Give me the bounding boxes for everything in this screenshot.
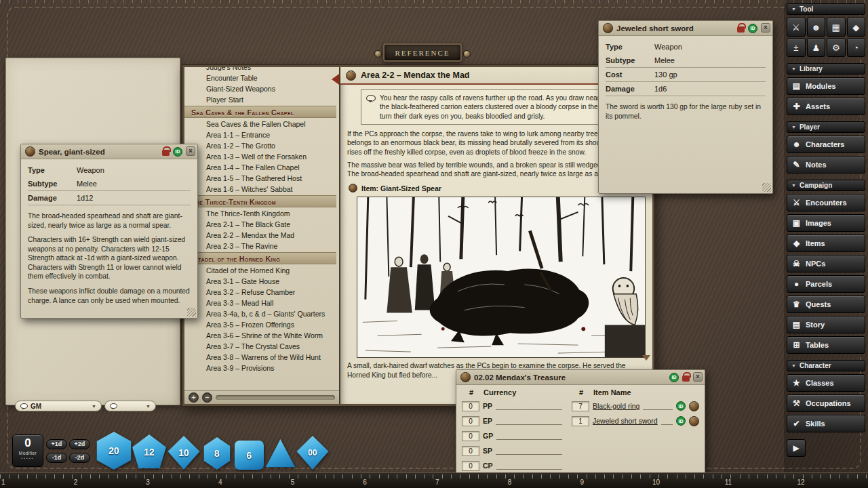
toc-entry[interactable]: Area 3-2 – Refuse Chamber	[184, 287, 336, 298]
resize-grip[interactable]	[187, 308, 196, 317]
occupations-icon[interactable]: ⚒ Occupations	[787, 394, 865, 412]
radial-menu-icon[interactable]	[346, 70, 356, 81]
toc-entry[interactable]: The Thrice-Tenth Kingdom	[184, 208, 336, 219]
bear-corpse-illustration[interactable]	[357, 197, 646, 358]
item-name-link[interactable]: Black-gold ring	[593, 402, 639, 410]
notes-icon[interactable]: ✎ Notes	[787, 156, 865, 174]
skills-icon[interactable]: ✔ Skills	[787, 415, 865, 432]
zoom-out-button[interactable]: −	[202, 392, 212, 403]
field-value[interactable]: 130 gp	[654, 70, 766, 79]
currency-qty-field[interactable]: 0	[462, 461, 479, 471]
die-d6[interactable]: 6	[235, 441, 264, 470]
dock-section-header[interactable]: ▼ Library	[787, 63, 865, 75]
scroll-down-icon[interactable]	[642, 355, 650, 365]
lock-icon[interactable]	[162, 150, 170, 156]
minus-1d-button[interactable]: -1d	[46, 453, 67, 463]
id-toggle[interactable]: ID	[676, 401, 686, 411]
die-d20[interactable]: 20	[95, 432, 133, 470]
id-toggle[interactable]: ID	[748, 24, 757, 33]
radial-menu-icon[interactable]	[689, 416, 699, 426]
toc-entry[interactable]: Area 3-8 – Warrens of the Wild Hunt	[184, 352, 336, 363]
toc-entry[interactable]: Area 1-2 – The Grotto	[184, 140, 336, 151]
toc-entry[interactable]: Area 3-1 – Gate House	[184, 276, 336, 287]
encounters-icon[interactable]: ⚔ Encounters	[787, 194, 865, 211]
horizontal-scrollbar[interactable]	[216, 395, 335, 400]
toc-entry[interactable]: Encounter Table	[184, 73, 336, 83]
currency-qty-field[interactable]: 0	[462, 401, 479, 411]
toc-entry[interactable]: Area 1-4 – The Fallen Chapel	[184, 162, 336, 173]
turn-timer-icon[interactable]: ◔	[847, 38, 866, 57]
field-value[interactable]: Melee	[654, 56, 766, 64]
toc-entry[interactable]: Area 2-3 – The Ravine	[184, 241, 336, 251]
radial-menu-icon[interactable]	[460, 372, 471, 382]
items-icon[interactable]: ◆ Items	[787, 235, 865, 252]
party-icon[interactable]: ☻	[807, 18, 826, 37]
dock-section-header[interactable]: ▼ Player	[787, 121, 865, 133]
toc-entry[interactable]: Citadel of the Horned King	[184, 252, 336, 264]
die-d100[interactable]: 00	[296, 436, 330, 470]
die-d12[interactable]: 12	[132, 434, 167, 470]
radial-menu-icon[interactable]	[25, 146, 35, 157]
die-d8[interactable]: 8	[201, 437, 233, 470]
currency-qty-field[interactable]: 0	[462, 431, 479, 441]
toc-entry[interactable]: Sea Caves & the Fallen Chapel	[184, 119, 336, 129]
parcels-icon[interactable]: ● Parcels	[787, 275, 865, 293]
dock-section-tool[interactable]: ▼ Tool	[787, 3, 865, 15]
crossed-weapons-icon[interactable]: ⚔	[787, 18, 806, 37]
dock-section-header[interactable]: ▼ Character	[787, 360, 865, 371]
quests-icon[interactable]: ♛ Quests	[787, 296, 865, 313]
dock-section-header[interactable]: ▼ Campaign	[787, 180, 865, 191]
window-titlebar[interactable]: Spear, giant-sized ID	[21, 144, 197, 159]
toc-entry[interactable]: Area 2-1 – The Black Gate	[184, 219, 336, 230]
toc-entry[interactable]: Area 1-1 – Entrance	[184, 129, 336, 140]
tables-icon[interactable]: ⊞ Tables	[787, 336, 865, 354]
radial-menu-icon[interactable]	[603, 23, 613, 33]
die-d4[interactable]	[264, 438, 296, 470]
chat-mode-dropdown[interactable]: ▼	[104, 401, 156, 411]
story-icon[interactable]: ▤ Story	[787, 316, 865, 333]
plus-2d-button[interactable]: +2d	[69, 439, 90, 449]
zoom-in-button[interactable]: +	[189, 392, 199, 403]
toc-entry[interactable]: Player Start	[184, 94, 336, 105]
field-value[interactable]: 1d6	[654, 85, 766, 93]
modules-icon[interactable]: ▤ Modules	[787, 77, 865, 95]
close-icon[interactable]: ×	[761, 23, 770, 33]
item-qty-field[interactable]: 7	[572, 401, 589, 411]
classes-icon[interactable]: ★ Classes	[787, 374, 865, 392]
toc-entry[interactable]: Area 2-2 – Mendax the Mad	[184, 230, 336, 241]
minus-2d-button[interactable]: -2d	[69, 453, 90, 463]
images-icon[interactable]: ▣ Images	[787, 214, 865, 232]
npcs-icon[interactable]: ☠ NPCs	[787, 255, 865, 272]
toc-entry[interactable]: Citadel of the Horned King	[184, 265, 336, 276]
window-titlebar[interactable]: Jeweled short sword ID	[599, 21, 772, 36]
field-value[interactable]: Melee	[77, 180, 191, 188]
toc-entry[interactable]: Area 1-6 – Witches' Sabbat	[184, 184, 336, 195]
resize-grip[interactable]	[762, 183, 771, 192]
dice-selection-icon[interactable]: ◆	[847, 18, 866, 37]
page-turn-back-icon[interactable]	[326, 74, 339, 85]
currency-qty-field[interactable]: 0	[462, 416, 479, 426]
lock-icon[interactable]	[682, 375, 690, 382]
chat-speaker-dropdown[interactable]: GM ▼	[15, 401, 102, 411]
close-icon[interactable]: ×	[186, 146, 195, 156]
item-qty-field[interactable]: 1	[572, 416, 589, 426]
id-toggle[interactable]: ID	[173, 147, 182, 157]
toc-entry[interactable]: Area 3-4a, b, c & d – Giants' Quarters	[184, 308, 336, 319]
options-gear-icon[interactable]: ⚙	[827, 38, 846, 57]
toc-entry[interactable]: The Thrice-Tenth Kingdom	[184, 195, 336, 207]
assets-icon[interactable]: ✚ Assets	[787, 98, 865, 115]
lock-icon[interactable]	[737, 26, 745, 33]
reference-banner-tab[interactable]: REFERENCE	[383, 43, 462, 62]
toc-entry[interactable]: Area 3-3 – Mead Hall	[184, 298, 336, 308]
id-toggle[interactable]: ID	[669, 373, 679, 382]
calculator-icon[interactable]: ▦	[827, 18, 846, 37]
play-button[interactable]: ▶	[787, 439, 806, 457]
field-value[interactable]: 1d12	[77, 194, 191, 202]
window-titlebar[interactable]: 02.02 Mendax's Treasure ID	[456, 370, 705, 385]
toc-entry[interactable]: Area 3-7 – The Crystal Caves	[184, 341, 336, 352]
item-name-link[interactable]: Jeweled short sword	[593, 417, 658, 425]
field-value[interactable]: Weapon	[77, 166, 191, 174]
identities-icon[interactable]: ♟	[807, 38, 826, 57]
close-icon[interactable]: ×	[693, 372, 703, 382]
die-d10[interactable]: 10	[167, 436, 201, 470]
